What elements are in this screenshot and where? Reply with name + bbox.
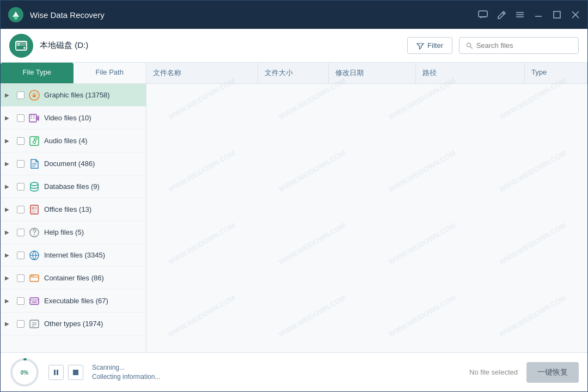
item-label: Help files (5) bbox=[44, 228, 142, 236]
col-size: 文件大小 bbox=[258, 63, 329, 83]
item-checkbox[interactable] bbox=[17, 297, 24, 305]
search-box[interactable] bbox=[459, 37, 579, 54]
svg-point-43 bbox=[33, 275, 34, 277]
item-checkbox[interactable] bbox=[17, 320, 24, 328]
menu-icon[interactable] bbox=[514, 9, 525, 20]
office-files-icon bbox=[28, 203, 41, 216]
item-label: Audio files (4) bbox=[44, 137, 142, 145]
minimize-icon[interactable] bbox=[533, 9, 544, 20]
recover-button[interactable]: 一键恢复 bbox=[526, 362, 579, 383]
item-label: Database files (9) bbox=[44, 182, 142, 191]
audio-files-icon bbox=[28, 134, 41, 148]
item-label: Graphic files (13758) bbox=[44, 91, 142, 99]
svg-point-29 bbox=[30, 182, 38, 186]
column-headers: 文件名称 文件大小 修改日期 路径 Type bbox=[146, 63, 587, 84]
graphic-files-icon bbox=[28, 89, 41, 102]
expand-arrow: ▶ bbox=[5, 298, 14, 304]
file-type-list: ▶ Graphic files (13758) ▶ bbox=[1, 84, 146, 352]
expand-arrow: ▶ bbox=[5, 138, 14, 144]
list-item[interactable]: ▶ Internet files (3345) bbox=[1, 244, 146, 267]
content-body bbox=[146, 84, 587, 352]
expand-arrow: ▶ bbox=[5, 115, 14, 121]
svg-rect-20 bbox=[30, 115, 32, 117]
list-item[interactable]: ▶ Container files (86) bbox=[1, 267, 146, 290]
item-label: Executable files (67) bbox=[44, 297, 142, 305]
sidebar-tabs: File Type File Path bbox=[1, 63, 146, 84]
item-label: Container files (86) bbox=[44, 274, 142, 282]
tab-file-type[interactable]: File Type bbox=[1, 63, 74, 83]
item-label: Internet files (3345) bbox=[44, 251, 142, 259]
edit-icon[interactable] bbox=[496, 9, 507, 20]
svg-rect-47 bbox=[30, 320, 39, 328]
expand-arrow: ▶ bbox=[5, 252, 14, 258]
list-item[interactable]: ▶ Document (486) bbox=[1, 152, 146, 175]
expand-arrow: ▶ bbox=[5, 321, 14, 327]
svg-rect-35 bbox=[32, 212, 35, 212]
stop-button[interactable] bbox=[68, 365, 83, 380]
expand-arrow: ▶ bbox=[5, 92, 14, 98]
expand-arrow: ▶ bbox=[5, 161, 14, 167]
item-checkbox[interactable] bbox=[17, 183, 24, 191]
item-checkbox[interactable] bbox=[17, 137, 24, 145]
window-controls bbox=[477, 9, 581, 20]
col-date: 修改日期 bbox=[329, 63, 416, 83]
app-title: Wise Data Recovery bbox=[30, 10, 477, 20]
expand-arrow: ▶ bbox=[5, 275, 14, 281]
svg-point-25 bbox=[33, 140, 36, 143]
svg-rect-31 bbox=[32, 207, 34, 210]
svg-rect-55 bbox=[73, 370, 78, 375]
main-area: File Type File Path ▶ bbox=[1, 63, 587, 352]
content-area: WWW.WEIDOWN.COM WWW.WEIDOWN.COM WWW.WEID… bbox=[146, 63, 587, 352]
video-files-icon bbox=[28, 112, 41, 125]
col-filename: 文件名称 bbox=[146, 63, 258, 83]
list-item[interactable]: ▶ Help files (5) bbox=[1, 221, 146, 244]
svg-point-42 bbox=[31, 275, 32, 277]
progress-circle-wrapper: 0% bbox=[9, 357, 40, 388]
item-checkbox[interactable] bbox=[17, 91, 24, 99]
col-path: 路径 bbox=[416, 63, 525, 83]
item-checkbox[interactable] bbox=[17, 160, 24, 168]
svg-rect-19 bbox=[29, 114, 36, 122]
item-checkbox[interactable] bbox=[17, 229, 24, 236]
svg-point-15 bbox=[467, 43, 470, 47]
document-icon bbox=[28, 157, 41, 170]
message-icon[interactable] bbox=[477, 9, 488, 20]
pause-button[interactable] bbox=[48, 365, 64, 380]
svg-rect-21 bbox=[33, 115, 35, 117]
container-files-icon bbox=[28, 272, 41, 285]
list-item[interactable]: ▶ Video files (10) bbox=[1, 107, 146, 130]
svg-rect-7 bbox=[554, 11, 560, 18]
item-checkbox[interactable] bbox=[17, 114, 24, 122]
playback-controls bbox=[48, 365, 83, 380]
item-checkbox[interactable] bbox=[17, 252, 24, 259]
tab-file-path[interactable]: File Path bbox=[74, 63, 146, 83]
expand-arrow: ▶ bbox=[5, 229, 14, 235]
progress-label: 0% bbox=[21, 369, 28, 375]
item-label: Video files (10) bbox=[44, 114, 142, 122]
other-types-icon bbox=[28, 317, 41, 330]
svg-line-16 bbox=[470, 46, 473, 48]
filter-button[interactable]: Filter bbox=[407, 37, 452, 54]
svg-point-37 bbox=[34, 234, 35, 235]
drive-label: 本地磁盘 (D:) bbox=[40, 40, 401, 51]
list-item[interactable]: ▶ Executable files (67) bbox=[1, 290, 146, 313]
search-input[interactable] bbox=[476, 41, 572, 50]
svg-rect-33 bbox=[35, 209, 36, 210]
item-checkbox[interactable] bbox=[17, 274, 24, 282]
list-item[interactable]: ▶ Audio files (4) bbox=[1, 130, 146, 152]
executable-files-icon bbox=[28, 295, 41, 308]
expand-arrow: ▶ bbox=[5, 183, 14, 189]
svg-rect-2 bbox=[479, 11, 487, 17]
list-item[interactable]: ▶ Other types (1974) bbox=[1, 313, 146, 335]
list-item[interactable]: ▶ Office files (13) bbox=[1, 198, 146, 221]
sidebar: File Type File Path ▶ bbox=[1, 63, 146, 352]
app-window: Wise Data Recovery bbox=[0, 0, 588, 392]
svg-point-12 bbox=[23, 47, 26, 49]
maximize-icon[interactable] bbox=[552, 9, 562, 20]
item-checkbox[interactable] bbox=[17, 206, 24, 213]
close-icon[interactable] bbox=[570, 9, 581, 20]
list-item[interactable]: ▶ Database files (9) bbox=[1, 175, 146, 198]
list-item[interactable]: ▶ Graphic files (13758) bbox=[1, 84, 146, 107]
drive-icon bbox=[9, 34, 33, 58]
scanning-msg: Scanning... bbox=[92, 364, 461, 371]
